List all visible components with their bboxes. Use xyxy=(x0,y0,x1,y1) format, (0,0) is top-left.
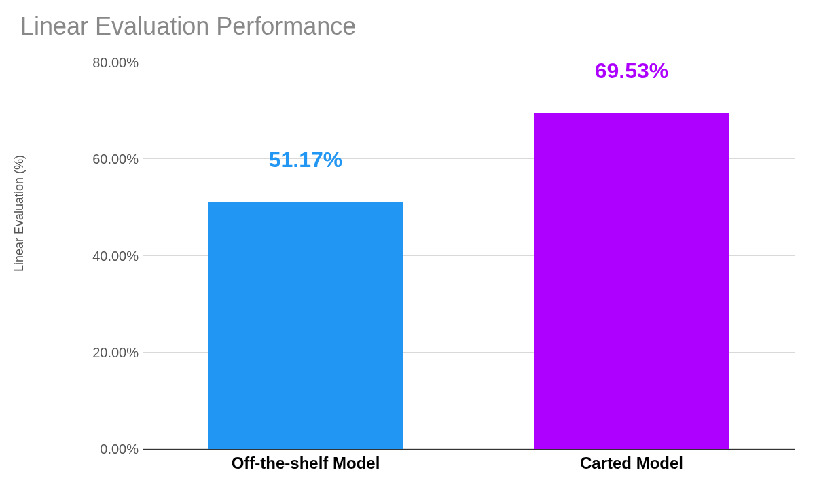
y-tick-label: 20.00% xyxy=(64,344,139,360)
bar-label-carted: 69.53% xyxy=(534,58,729,84)
y-tick-label: 80.00% xyxy=(64,55,139,71)
chart-container: Linear Evaluation Performance Linear Eva… xyxy=(0,0,815,504)
y-axis-label: Linear Evaluation (%) xyxy=(12,155,26,272)
x-category-label: Carted Model xyxy=(534,454,729,473)
x-category-label: Off-the-shelf Model xyxy=(208,454,403,473)
bar-carted xyxy=(534,113,729,449)
chart-title: Linear Evaluation Performance xyxy=(20,12,356,41)
y-tick-label: 40.00% xyxy=(64,248,139,264)
y-tick-label: 60.00% xyxy=(64,151,139,167)
y-tick-label: 0.00% xyxy=(64,442,139,457)
bar-off-the-shelf xyxy=(208,202,403,449)
plot-area: 0.00% 20.00% 40.00% 60.00% 80.00% 51.17%… xyxy=(143,62,795,450)
bar-label-off-the-shelf: 51.17% xyxy=(208,147,403,173)
